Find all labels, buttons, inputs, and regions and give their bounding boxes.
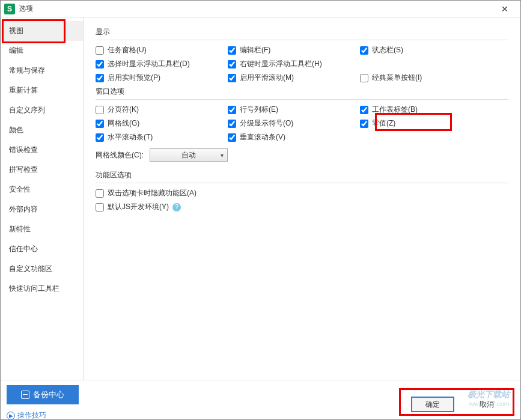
sidebar-item-4[interactable]: 自定义序列	[1, 100, 83, 120]
sidebar-item-10[interactable]: 新特性	[1, 219, 83, 239]
sidebar-item-2[interactable]: 常规与保存	[1, 61, 83, 81]
checkbox[interactable]	[96, 120, 104, 128]
sidebar-item-6[interactable]: 错误检查	[1, 140, 83, 160]
checkbox-label: 网格线(G)	[108, 118, 139, 129]
sidebar-item-5[interactable]: 颜色	[1, 120, 83, 140]
checkbox-label: 经典菜单按钮(I)	[372, 73, 422, 83]
sidebar: 视图编辑常规与保存重新计算自定义序列颜色错误检查拼写检查安全性外部内容新特性信任…	[1, 17, 84, 380]
checkbox[interactable]	[96, 203, 104, 212]
options-dialog: S 选项 ✕ 视图编辑常规与保存重新计算自定义序列颜色错误检查拼写检查安全性外部…	[0, 0, 521, 420]
sidebar-item-11[interactable]: 信任中心	[1, 239, 83, 259]
checkbox[interactable]	[228, 133, 236, 142]
sidebar-item-1[interactable]: 编辑	[1, 41, 83, 61]
checkbox[interactable]	[96, 74, 104, 82]
checkbox[interactable]	[96, 133, 104, 142]
help-icon[interactable]: ?	[172, 203, 181, 212]
gridline-color-dropdown[interactable]: 自动	[150, 148, 228, 162]
checkbox-label: 工作表标签(B)	[372, 105, 418, 115]
checkbox-label: 水平滚动条(T)	[108, 132, 153, 142]
sidebar-item-0[interactable]: 视图	[1, 21, 83, 41]
checkbox-label: 状态栏(S)	[372, 45, 403, 55]
checkbox[interactable]	[360, 46, 368, 55]
checkbox-label: 选择时显示浮动工具栏(D)	[108, 59, 190, 69]
backup-icon	[21, 391, 29, 399]
close-icon[interactable]: ✕	[493, 1, 517, 17]
checkbox-label: 启用平滑滚动(M)	[240, 73, 294, 83]
gridline-color-label: 网格线颜色(C):	[96, 150, 144, 160]
checkbox[interactable]	[360, 74, 368, 82]
sidebar-item-12[interactable]: 自定义功能区	[1, 259, 83, 279]
checkbox-label: 右键时显示浮动工具栏(H)	[240, 59, 322, 69]
backup-label: 备份中心	[33, 389, 64, 400]
tips-link[interactable]: ▶ 操作技巧	[7, 410, 79, 420]
titlebar: S 选项 ✕	[1, 1, 520, 17]
checkbox[interactable]	[96, 60, 104, 68]
checkbox-label: 垂直滚动条(V)	[240, 132, 285, 142]
gridline-color-value: 自动	[181, 150, 196, 160]
checkbox[interactable]	[228, 106, 236, 114]
cancel-button[interactable]: 取消	[465, 397, 508, 412]
checkbox[interactable]	[360, 106, 368, 114]
app-icon: S	[4, 4, 15, 14]
checkbox[interactable]	[228, 46, 236, 55]
ok-button[interactable]: 确定	[411, 397, 454, 412]
checkbox[interactable]	[96, 46, 104, 55]
play-icon: ▶	[7, 412, 15, 420]
sidebar-item-13[interactable]: 快速访问工具栏	[1, 279, 83, 299]
tips-label: 操作技巧	[17, 410, 46, 420]
checkbox[interactable]	[228, 120, 236, 128]
checkbox-label: 启用实时预览(P)	[108, 73, 160, 83]
sidebar-item-9[interactable]: 外部内容	[1, 199, 83, 219]
checkbox[interactable]	[96, 106, 104, 114]
cancel-label: 取消	[480, 400, 494, 410]
checkbox-label: 零值(Z)	[372, 118, 395, 129]
checkbox-label: 分页符(K)	[108, 105, 139, 115]
checkbox-label: 任务窗格(U)	[108, 45, 147, 55]
sidebar-item-8[interactable]: 安全性	[1, 180, 83, 199]
ok-label: 确定	[425, 400, 440, 410]
sidebar-item-3[interactable]: 重新计算	[1, 81, 83, 100]
checkbox[interactable]	[228, 74, 236, 82]
content-pane: 显示 任务窗格(U)编辑栏(F)状态栏(S)选择时显示浮动工具栏(D)右键时显示…	[84, 17, 520, 380]
backup-center-button[interactable]: 备份中心	[7, 385, 79, 404]
checkbox-label: 默认JS开发环境(Y)	[108, 202, 169, 212]
section-title-ribbon: 功能区选项	[96, 170, 508, 180]
footer: 备份中心 ▶ 操作技巧 确定 取消	[1, 380, 520, 419]
checkbox-label: 编辑栏(F)	[240, 45, 270, 55]
section-title-window: 窗口选项	[96, 87, 508, 97]
checkbox[interactable]	[228, 60, 236, 68]
checkbox-label: 分级显示符号(O)	[240, 118, 293, 129]
checkbox[interactable]	[360, 120, 368, 128]
checkbox[interactable]	[96, 189, 104, 198]
window-title: 选项	[19, 4, 493, 14]
checkbox-label: 行号列标(E)	[240, 105, 278, 115]
checkbox-label: 双击选项卡时隐藏功能区(A)	[108, 188, 197, 198]
sidebar-item-7[interactable]: 拼写检查	[1, 160, 83, 180]
section-title-display: 显示	[96, 27, 508, 37]
